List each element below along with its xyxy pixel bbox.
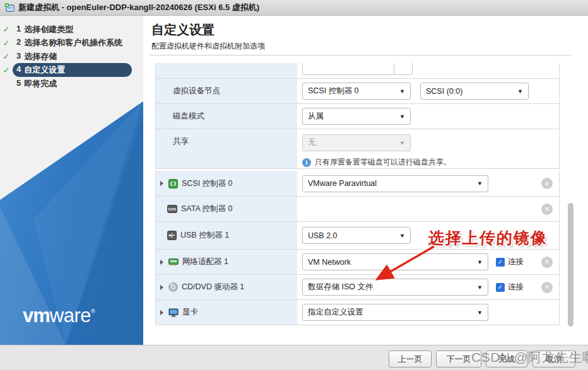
table-row-sharing: 共享 无 只有厚置备置零磁盘可以进行磁盘共享。 <box>156 129 559 169</box>
row-label: 磁盘模式 <box>173 111 204 122</box>
sharing-select: 无 <box>302 134 411 151</box>
network-adapter-icon <box>168 258 179 266</box>
disk-size-input[interactable] <box>302 63 413 75</box>
check-icon: ✓ <box>0 25 13 34</box>
vmware-logo: vmware® <box>23 306 95 325</box>
row-label: 共享 <box>173 136 189 147</box>
table-row-disk-mode: 磁盘模式 从属 <box>156 104 559 129</box>
expand-arrow-icon[interactable] <box>160 310 163 315</box>
row-label: SATA 控制器 0 <box>181 204 233 214</box>
table-row-disk-size-partial <box>156 63 559 79</box>
remove-icon[interactable] <box>541 282 553 293</box>
row-label: 网络适配器 1 <box>182 257 228 267</box>
info-icon <box>302 158 311 167</box>
network-connect-checkbox[interactable]: 连接 <box>496 257 524 267</box>
cd-dvd-icon <box>168 282 178 292</box>
sata-controller-icon: SATA <box>167 205 177 213</box>
hardware-settings-table: 虚拟设备节点 SCSI 控制器 0 SCSI (0:0) 磁盘模式 从属 <box>155 63 560 325</box>
remove-icon[interactable] <box>541 204 553 215</box>
table-row-video-card: 显卡 指定自定义设置 <box>156 300 559 325</box>
usb-version-select[interactable]: USB 2.0 <box>302 227 411 244</box>
page-subtitle: 配置虚拟机硬件和虚拟机附加选项 <box>151 41 265 52</box>
video-card-icon <box>168 308 179 317</box>
device-node-controller-select[interactable]: SCSI 控制器 0 <box>302 83 411 100</box>
sidebar-step-create-type[interactable]: ✓ 1选择创建类型 <box>0 23 143 37</box>
scsi-controller-select[interactable]: VMware Paravirtual <box>302 175 488 192</box>
remove-icon[interactable] <box>541 178 553 189</box>
vertical-scrollbar[interactable] <box>568 203 573 327</box>
video-settings-select[interactable]: 指定自定义设置 <box>302 304 488 321</box>
expand-arrow-icon[interactable] <box>160 285 163 290</box>
step-label: 选择名称和客户机操作系统 <box>24 37 122 49</box>
wizard-sidebar: ✓ 1选择创建类型 ✓ 2选择名称和客户机操作系统 ✓ 3选择存储 ✓ 4自定义… <box>0 16 143 345</box>
new-vm-icon <box>4 3 15 13</box>
wizard-steps: ✓ 1选择创建类型 ✓ 2选择名称和客户机操作系统 ✓ 3选择存储 ✓ 4自定义… <box>0 23 143 91</box>
chevron-down-icon <box>473 259 483 265</box>
page-title: 自定义设置 <box>151 21 215 38</box>
svg-text:SATA: SATA <box>168 207 177 211</box>
chevron-down-icon <box>396 140 405 146</box>
table-row-sata-controller: SATA SATA 控制器 0 <box>156 197 559 222</box>
table-row-device-node: 虚拟设备节点 SCSI 控制器 0 SCSI (0:0) <box>156 79 559 104</box>
cd-connect-checkbox[interactable]: 连接 <box>496 282 524 292</box>
check-icon: ✓ <box>0 52 13 61</box>
sidebar-step-storage[interactable]: ✓ 3选择存储 <box>0 50 143 64</box>
expand-arrow-icon[interactable] <box>160 181 163 186</box>
sidebar-step-customize[interactable]: ✓ 4自定义设置 <box>0 64 143 78</box>
device-node-slot-select[interactable]: SCSI (0:0) <box>420 83 529 100</box>
prev-page-button[interactable]: 上一页 <box>389 350 432 367</box>
sharing-info-text: 只有厚置备置零磁盘可以进行磁盘共享。 <box>315 157 451 168</box>
step-label: 即将完成 <box>24 78 57 90</box>
csdn-watermark: CSDN @阿龙先生啊 <box>471 349 588 366</box>
wizard-content: 自定义设置 配置虚拟机硬件和虚拟机附加选项 虚拟设备节点 SCSI 控制器 0 … <box>143 16 588 345</box>
table-row-scsi-controller: SCSI 控制器 0 VMware Paravirtual <box>156 171 559 197</box>
check-icon: ✓ <box>0 66 13 75</box>
checkbox-checked-icon <box>496 258 505 267</box>
header-divider <box>150 55 571 55</box>
sidebar-step-ready[interactable]: ✓ 5即将完成 <box>0 77 143 91</box>
row-label: CD/DVD 驱动器 1 <box>182 282 244 292</box>
connect-label: 连接 <box>508 282 524 292</box>
chevron-down-icon <box>473 284 483 291</box>
disk-mode-select[interactable]: 从属 <box>302 108 411 125</box>
step-label: 选择创建类型 <box>24 24 73 35</box>
chevron-down-icon <box>514 88 523 95</box>
row-label: 虚拟设备节点 <box>173 86 220 96</box>
table-row-cd-dvd-drive: CD/DVD 驱动器 1 数据存储 ISO 文件 连接 <box>156 275 559 300</box>
chevron-down-icon <box>473 309 483 316</box>
chevron-down-icon <box>473 180 483 187</box>
window-titlebar: 新建虚拟机 - openEuler-DDP-kangII-20240626 (E… <box>0 0 588 16</box>
row-label: USB 控制器 1 <box>180 230 229 241</box>
scsi-controller-icon <box>168 179 178 188</box>
red-annotation-arrow <box>372 243 442 284</box>
sidebar-step-name-os[interactable]: ✓ 2选择名称和客户机操作系统 <box>0 37 143 50</box>
chevron-down-icon <box>396 113 405 120</box>
connect-label: 连接 <box>508 257 524 267</box>
step-label: 自定义设置 <box>24 64 65 76</box>
usb-controller-icon <box>167 231 177 240</box>
red-annotation-text: 选择上传的镜像 <box>428 228 580 248</box>
wizard-footer: 上一页 下一页 完成 取消 CSDN @阿龙先生啊 <box>0 345 588 370</box>
table-row-network-adapter: 网络适配器 1 VM Network 连接 <box>156 250 559 275</box>
step-label: 选择存储 <box>24 51 57 62</box>
expand-arrow-icon[interactable] <box>160 260 163 265</box>
remove-icon[interactable] <box>541 257 553 268</box>
chevron-down-icon <box>396 88 405 95</box>
chevron-down-icon <box>396 233 405 239</box>
checkbox-checked-icon <box>496 283 505 292</box>
row-label: 显卡 <box>182 307 198 318</box>
window-title: 新建虚拟机 - openEuler-DDP-kangII-20240626 (E… <box>18 2 259 13</box>
check-icon: ✓ <box>0 38 13 48</box>
row-label: SCSI 控制器 0 <box>182 178 233 189</box>
